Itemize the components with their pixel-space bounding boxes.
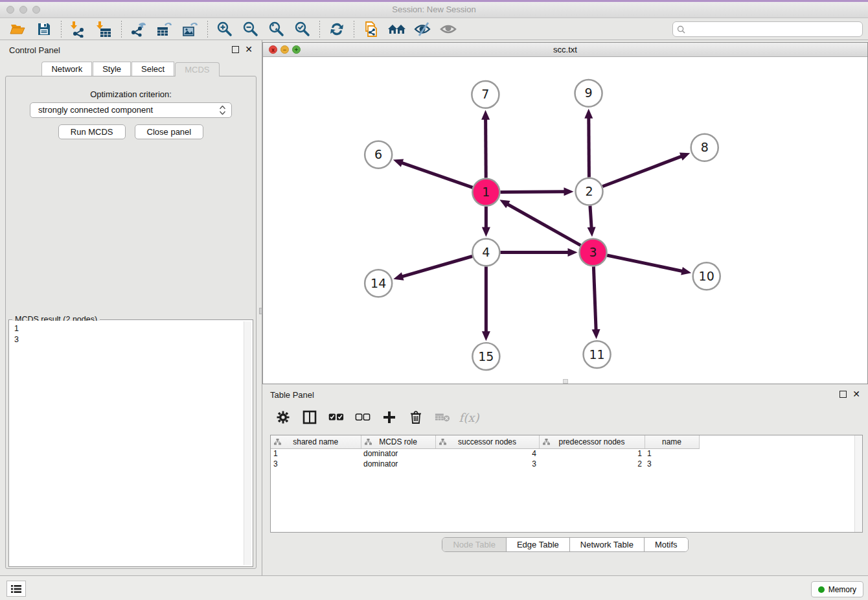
tab-mcds[interactable]: MCDS: [175, 62, 219, 76]
canvas-resize-handle[interactable]: [563, 379, 568, 384]
tab-network[interactable]: Network: [41, 62, 92, 76]
network-view-window: x − + scc.txt 7968124314101511: [262, 42, 868, 384]
open-session-icon[interactable]: [8, 20, 28, 38]
add-column-icon[interactable]: [382, 410, 397, 425]
import-network-icon[interactable]: [69, 20, 88, 38]
table-scrollbar[interactable]: [854, 435, 862, 532]
column-header-MCDS-role[interactable]: MCDS role: [361, 435, 435, 448]
tab-edge-table[interactable]: Edge Table: [507, 538, 570, 551]
show-column-icon[interactable]: [302, 410, 317, 425]
app-window: Session: New Session: [0, 0, 868, 600]
graph-arrowhead: [680, 153, 690, 161]
table-row[interactable]: 1dominator411: [271, 448, 699, 459]
graph-node-label: 10: [699, 269, 714, 283]
network-window-titlebar[interactable]: x − + scc.txt: [263, 43, 867, 57]
graph-node-label: 14: [371, 276, 386, 290]
tab-network-table[interactable]: Network Table: [570, 538, 645, 551]
graph-edge-1-2[interactable]: [500, 192, 565, 192]
table-cell[interactable]: dominator: [361, 448, 435, 459]
column-header-name[interactable]: name: [645, 435, 699, 448]
mcds-result-text[interactable]: 1 3: [10, 321, 252, 566]
graph-edge-3-10[interactable]: [607, 255, 683, 271]
close-panel-button[interactable]: Close panel: [135, 124, 204, 139]
toolbar-separator: [319, 21, 320, 38]
delete-table-icon[interactable]: [435, 410, 450, 425]
session-title: Session: New Session: [0, 5, 868, 14]
graph-edge-2-9[interactable]: [589, 117, 589, 178]
tab-select[interactable]: Select: [131, 62, 174, 76]
graph-edge-3-11[interactable]: [593, 266, 596, 330]
float-panel-icon[interactable]: [232, 46, 239, 53]
zoom-in-icon[interactable]: [215, 20, 234, 38]
tab-motifs[interactable]: Motifs: [645, 538, 688, 551]
status-bar: Memory: [0, 575, 868, 600]
sort-hierarchy-icon: [543, 439, 550, 445]
table-options-gear-icon[interactable]: [275, 410, 291, 425]
close-table-panel-icon[interactable]: ✕: [852, 390, 860, 398]
graph-arrowhead: [681, 267, 691, 275]
save-session-icon[interactable]: [34, 20, 54, 38]
table-row[interactable]: 3dominator323: [271, 459, 699, 469]
search-input[interactable]: [688, 25, 858, 34]
graph-node-label: 1: [482, 185, 490, 199]
column-header-shared-name[interactable]: shared name: [271, 435, 361, 448]
duplicate-network-icon[interactable]: [361, 20, 381, 38]
graph-node-label: 15: [478, 349, 494, 363]
zoom-out-icon[interactable]: [241, 20, 260, 38]
show-graphics-details-icon[interactable]: [439, 20, 459, 38]
graph-edge-2-3[interactable]: [590, 205, 591, 228]
table-cell[interactable]: 1: [271, 448, 361, 459]
table-cell[interactable]: dominator: [361, 459, 435, 469]
select-all-checkboxes-icon[interactable]: [328, 410, 344, 425]
hide-graphics-details-icon[interactable]: [413, 20, 433, 38]
delete-column-icon[interactable]: [408, 410, 424, 425]
graph-arrowhead: [584, 109, 593, 119]
graph-node-label: 3: [589, 245, 597, 259]
table-cell[interactable]: 4: [435, 448, 539, 459]
select-stepper-icon: [218, 104, 226, 117]
column-header-label: name: [662, 437, 681, 446]
criterion-select[interactable]: strongly connected component: [30, 102, 232, 118]
run-mcds-button[interactable]: Run MCDS: [58, 124, 126, 139]
graph-arrowhead: [592, 329, 600, 339]
graph-edge-2-8[interactable]: [602, 156, 682, 187]
table-cell[interactable]: 3: [645, 459, 699, 469]
main-toolbar: [0, 18, 868, 40]
refresh-layout-icon[interactable]: [327, 20, 347, 38]
table-cell[interactable]: 1: [539, 448, 645, 459]
zoom-selected-icon[interactable]: [293, 20, 312, 38]
graph-edge-3-1[interactable]: [507, 204, 581, 246]
tab-node-table[interactable]: Node Table: [442, 538, 507, 551]
network-canvas[interactable]: 7968124314101511: [263, 57, 867, 384]
import-table-icon[interactable]: [95, 20, 114, 38]
tab-style[interactable]: Style: [93, 62, 131, 76]
table-cell[interactable]: 2: [539, 459, 645, 469]
network-graph[interactable]: 7968124314101511: [263, 57, 867, 384]
table-cell[interactable]: 1: [645, 448, 699, 459]
home-view-icon[interactable]: [387, 20, 407, 38]
network-window-title: scc.txt: [263, 45, 867, 54]
toolbar-separator: [354, 21, 354, 38]
graph-node-label: 9: [584, 86, 592, 100]
float-table-panel-icon[interactable]: [839, 391, 847, 398]
export-image-icon[interactable]: [181, 20, 200, 38]
graph-arrowhead: [482, 227, 490, 237]
graph-edge-4-14[interactable]: [402, 257, 472, 277]
export-table-icon[interactable]: [155, 20, 174, 38]
graph-edge-1-6[interactable]: [401, 163, 472, 187]
function-builder-icon[interactable]: f(x): [461, 410, 477, 425]
column-header-successor-nodes[interactable]: successor nodes: [435, 435, 539, 448]
task-history-button[interactable]: [6, 581, 26, 597]
graph-node-label: 2: [585, 184, 593, 198]
close-panel-icon[interactable]: ✕: [245, 45, 253, 54]
graph-edge-1-7[interactable]: [486, 119, 486, 178]
result-scrollbar[interactable]: [244, 321, 251, 565]
table-cell[interactable]: 3: [271, 459, 361, 469]
table-cell[interactable]: 3: [435, 459, 539, 469]
column-header-predecessor-nodes[interactable]: predecessor nodes: [539, 435, 645, 448]
export-network-icon[interactable]: [129, 20, 148, 38]
deselect-all-checkboxes-icon[interactable]: [355, 410, 371, 425]
zoom-fit-icon[interactable]: [267, 20, 286, 38]
memory-button[interactable]: Memory: [811, 581, 863, 597]
search-box[interactable]: [672, 21, 863, 37]
